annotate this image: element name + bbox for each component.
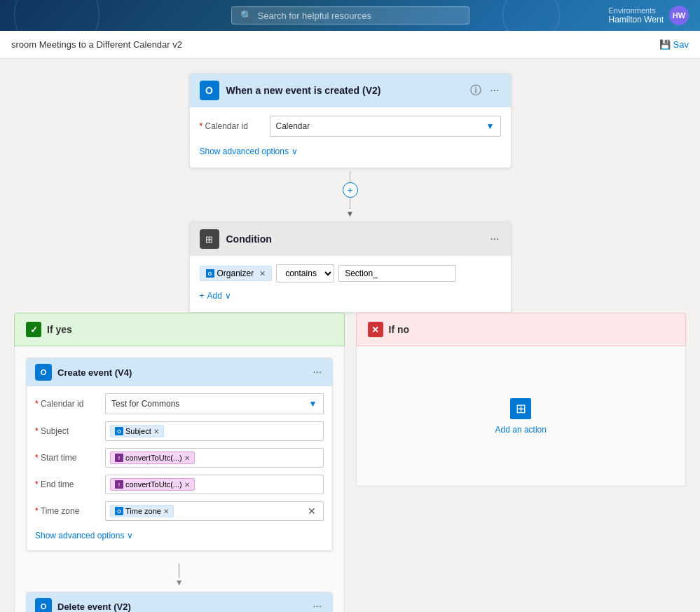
calendar-id-input[interactable]: Calendar ▼ [270,116,501,137]
subject-tag-icon: O [115,427,123,435]
create-start-time-tag: f convertToUtc(...) ✕ [110,451,195,464]
condition-chip-close[interactable]: ✕ [259,269,266,278]
condition-title: Condition [226,233,482,245]
trigger-show-advanced[interactable]: Show advanced options ∨ [200,144,298,159]
create-calendar-arrow: ▼ [309,399,317,409]
create-calendar-id-row: * Calendar id Test for Commons ▼ [35,393,324,414]
branches-container: ✓ If yes O Create event (V4) ··· [14,313,686,612]
add-step-button-1[interactable]: + [343,182,358,198]
no-add-action-button[interactable]: ⊞ Add an action [495,394,547,439]
env-label: Environments [609,6,664,15]
create-event-more-button[interactable]: ··· [311,365,323,380]
trigger-icon: O [200,81,219,100]
end-time-formula-icon: f [115,480,123,489]
condition-organizer-chip: O Organizer ✕ [200,266,273,281]
create-end-time-label: * End time [35,480,98,489]
search-bar[interactable]: 🔍 [231,6,469,25]
time-zone-clear-button[interactable]: ✕ [305,505,319,517]
create-subject-tag: O Subject ✕ [110,425,164,437]
trigger-actions: ⓘ ··· [469,82,500,100]
breadcrumb-bar: sroom Meetings to a Different Calendar v… [0,31,700,59]
condition-card: ⊞ Condition ··· O Organizer ✕ contains [189,222,512,313]
condition-row: O Organizer ✕ contains [200,264,501,283]
no-add-action-icon: ⊞ [510,398,531,419]
add-condition-label: Add [207,291,222,301]
connector-arrow-1: ▼ [346,209,355,219]
condition-operator-select[interactable]: contains [276,264,334,283]
start-time-tag-close[interactable]: ✕ [184,454,190,462]
create-event-body: * Calendar id Test for Commons ▼ [27,386,332,550]
start-time-tag-label: convertToUtc(...) [125,454,182,462]
arrow-head: ▼ [175,578,184,587]
condition-value-input[interactable] [338,265,456,282]
delete-event-card: O Delete event (V2) ··· * Calendar id [26,592,333,612]
condition-more-button[interactable]: ··· [488,231,500,247]
condition-body: O Organizer ✕ contains + Add ∨ [190,256,511,312]
condition-actions: ··· [488,231,500,247]
calendar-id-label: * Calendar id [200,121,263,131]
create-time-zone-label: * Time zone [35,506,98,516]
create-time-zone-tag: O Time zone ✕ [110,505,174,517]
calendar-id-row: * Calendar id Calendar ▼ [200,116,501,137]
create-subject-input[interactable]: O Subject ✕ [105,421,324,441]
save-button[interactable]: 💾 Sav [659,39,689,50]
create-start-time-input[interactable]: f convertToUtc(...) ✕ [105,448,324,468]
create-calendar-id-input[interactable]: Test for Commons ▼ [105,393,324,414]
show-advanced-label: Show advanced options [200,147,289,156]
add-condition-button[interactable]: + Add ∨ [200,288,231,304]
no-branch-header: ✕ If no [356,313,687,346]
save-label: Sav [673,39,689,50]
avatar[interactable]: HW [669,6,689,25]
end-time-tag-close[interactable]: ✕ [184,481,190,489]
time-zone-tag-label: Time zone [125,507,161,515]
create-start-time-label: * Start time [35,453,98,463]
nav-right: Environments Hamilton Went HW [609,6,689,25]
trigger-card: O When a new event is created (V2) ⓘ ···… [189,73,512,168]
end-time-tag-label: convertToUtc(...) [125,480,182,489]
breadcrumb-title: sroom Meetings to a Different Calendar v… [11,39,182,50]
flow-canvas: O When a new event is created (V2) ⓘ ···… [0,59,700,612]
create-subject-row: * Subject O Subject ✕ [35,421,324,441]
search-input[interactable] [258,11,460,21]
delete-event-header: O Delete event (V2) ··· [27,592,332,612]
subject-tag-label: Subject [125,427,151,435]
trigger-title: When a new event is created (V2) [226,85,462,96]
yes-branch-icon: ✓ [26,322,41,337]
env-user: Hamilton Went [609,15,664,25]
delete-event-more-button[interactable]: ··· [311,599,323,612]
condition-chip-label: Organizer [217,268,254,278]
trigger-more-button[interactable]: ··· [488,83,500,98]
subject-tag-close[interactable]: ✕ [153,428,159,435]
yes-branch: ✓ If yes O Create event (V4) ··· [14,313,345,612]
condition-header: ⊞ Condition ··· [190,222,511,256]
top-nav: 🔍 Environments Hamilton Went HW [0,0,700,31]
yes-branch-header: ✓ If yes [14,313,345,346]
calendar-id-value: Calendar [276,121,310,131]
create-end-time-row: * End time f convertToUtc(...) ✕ [35,475,324,494]
create-event-icon: O [35,364,52,381]
create-event-header: O Create event (V4) ··· [27,358,332,386]
add-condition-arrow: ∨ [225,291,231,301]
time-zone-tag-icon: O [115,507,123,515]
env-info: Environments Hamilton Went [609,6,664,25]
create-time-zone-row: * Time zone O Time zone ✕ [35,501,324,521]
create-end-time-tag: f convertToUtc(...) ✕ [110,478,195,491]
connector-1: + ▼ [343,171,358,219]
create-time-zone-input[interactable]: O Time zone ✕ ✕ [105,501,324,521]
trigger-body: * Calendar id Calendar ▼ Show advanced o… [190,107,511,168]
create-show-advanced-icon: ∨ [127,531,133,540]
trigger-info-button[interactable]: ⓘ [469,82,483,100]
arrow-line [179,564,179,578]
no-branch-icon: ✕ [368,322,383,337]
create-show-advanced[interactable]: Show advanced options ∨ [35,528,133,543]
flow-container: O When a new event is created (V2) ⓘ ···… [14,73,686,612]
create-event-card: O Create event (V4) ··· * Calendar id [26,358,333,551]
time-zone-tag-close[interactable]: ✕ [163,508,169,515]
create-end-time-input[interactable]: f convertToUtc(...) ✕ [105,475,324,494]
save-icon: 💾 [659,39,671,50]
trigger-header: O When a new event is created (V2) ⓘ ··· [190,74,511,107]
delete-event-title: Delete event (V2) [57,601,306,612]
yes-branch-label: If yes [47,324,72,335]
create-calendar-id-value: Test for Commons [111,399,179,409]
calendar-id-arrow: ▼ [486,121,495,131]
